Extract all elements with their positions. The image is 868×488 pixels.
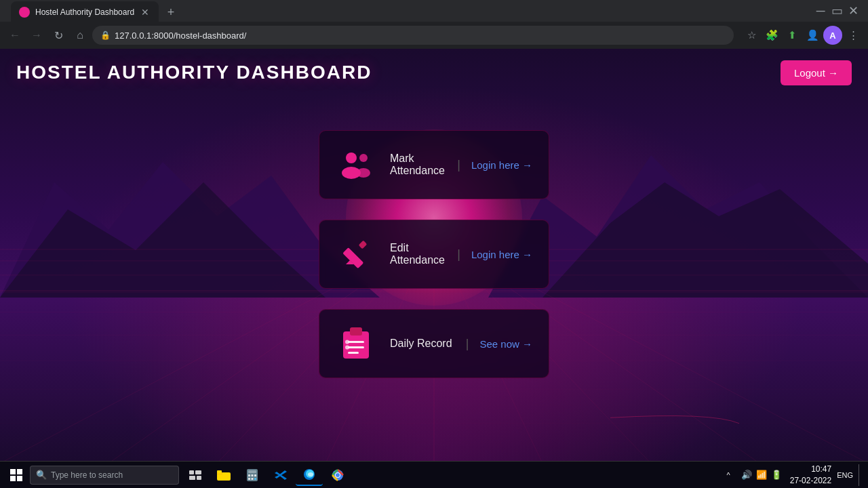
active-tab[interactable]: Hostel Authority Dashboard ✕: [11, 1, 159, 23]
edit-attendance-label: Edit Attendance: [390, 242, 446, 266]
svg-rect-39: [10, 469, 16, 474]
daily-record-label: Daily Record: [390, 338, 455, 350]
date-display: 27-02-2022: [790, 475, 831, 487]
svg-rect-57: [254, 478, 256, 480]
svg-rect-44: [195, 470, 201, 474]
svg-rect-35: [348, 346, 364, 348]
svg-rect-51: [248, 470, 256, 473]
svg-point-63: [336, 473, 340, 477]
svg-rect-46: [197, 476, 201, 480]
vscode-button[interactable]: [267, 464, 294, 486]
taskbar-apps: [182, 464, 351, 486]
mark-attendance-label: Mark Attendance: [390, 152, 446, 177]
svg-rect-55: [248, 478, 250, 480]
lock-icon: 🔒: [100, 30, 111, 40]
url-text: 127.0.0.1:8000/hostel-dashboard/: [115, 30, 726, 41]
svg-rect-56: [252, 478, 254, 480]
daily-record-link[interactable]: See now →: [479, 338, 532, 350]
taskbar-icons: 🔊 📶 🔋: [736, 470, 787, 480]
svg-point-60: [308, 472, 313, 476]
svg-point-26: [359, 154, 368, 162]
edit-attendance-content: Edit Attendance | Login here →: [390, 242, 532, 266]
svg-rect-31: [359, 241, 368, 249]
svg-point-37: [345, 340, 349, 344]
back-button[interactable]: ←: [5, 26, 24, 45]
home-button[interactable]: ⌂: [71, 26, 90, 45]
svg-rect-34: [348, 341, 364, 343]
logout-button[interactable]: Logout →: [781, 60, 852, 85]
taskbar-search-text: Type here to search: [51, 470, 123, 480]
forward-button[interactable]: →: [27, 26, 46, 45]
address-bar-row: ← → ↻ ⌂ 🔒 127.0.0.1:8000/hostel-dashboar…: [0, 22, 868, 49]
taskbar-system: ^ 🔊 📶 🔋 10:47 27-02-2022 ENG: [727, 464, 865, 487]
profile-button[interactable]: A: [823, 26, 842, 45]
svg-rect-45: [189, 476, 195, 480]
tab-close-button[interactable]: ✕: [140, 7, 151, 18]
svg-rect-49: [217, 470, 222, 474]
battery-icon: 🔋: [771, 470, 782, 480]
daily-record-card: Daily Record | See now →: [319, 309, 549, 378]
divider-3: |: [466, 337, 469, 351]
edge-button[interactable]: [296, 464, 323, 486]
update-icon[interactable]: ⬆: [783, 26, 802, 45]
menu-button[interactable]: ⋮: [844, 26, 863, 45]
edit-attendance-link[interactable]: Login here →: [471, 249, 532, 260]
tab-title: Hostel Authority Dashboard: [35, 7, 134, 17]
volume-icon: 📶: [756, 470, 767, 480]
mark-attendance-card: Mark Attendance | Login here →: [319, 130, 549, 199]
new-tab-button[interactable]: +: [161, 3, 180, 22]
profile-extensions[interactable]: 👤: [803, 26, 822, 45]
tray-arrow[interactable]: ^: [727, 471, 730, 479]
task-view-button[interactable]: [182, 464, 209, 486]
svg-rect-54: [254, 474, 256, 476]
svg-rect-53: [252, 474, 254, 476]
calculator-button[interactable]: [239, 464, 266, 486]
mark-attendance-icon: [336, 144, 376, 185]
edit-attendance-card: Edit Attendance | Login here →: [319, 220, 549, 289]
maximize-button[interactable]: ▭: [833, 7, 841, 15]
title-bar: Hostel Authority Dashboard ✕ + ─ ▭ ✕: [0, 0, 868, 22]
tab-favicon: [19, 7, 30, 18]
divider-2: |: [457, 247, 460, 262]
window-controls: ─ ▭ ✕: [816, 7, 863, 15]
refresh-button[interactable]: ↻: [49, 26, 68, 45]
app-header: HOSTEL AUTHORITY DASHBOARD Logout →: [0, 49, 868, 96]
address-bar[interactable]: 🔒 127.0.0.1:8000/hostel-dashboard/: [92, 26, 734, 45]
start-button[interactable]: [3, 464, 30, 486]
address-bar-actions: ☆ 🧩 ⬆ 👤 A ⋮: [742, 26, 863, 45]
system-tray: ^: [727, 471, 733, 479]
close-button[interactable]: ✕: [849, 7, 857, 15]
svg-rect-52: [248, 474, 250, 476]
svg-rect-43: [189, 470, 194, 474]
mark-attendance-content: Mark Attendance | Login here →: [390, 152, 532, 177]
svg-rect-33: [350, 327, 362, 336]
edit-attendance-icon: [336, 234, 376, 274]
svg-point-28: [357, 168, 370, 178]
svg-point-25: [346, 152, 357, 163]
tab-bar: Hostel Authority Dashboard ✕ +: [5, 0, 816, 23]
extensions-button[interactable]: 🧩: [762, 26, 781, 45]
taskbar-search-icon: 🔍: [36, 470, 47, 480]
svg-rect-29: [342, 247, 363, 268]
file-explorer-button[interactable]: [210, 464, 237, 486]
network-icon: 🔊: [741, 470, 752, 480]
browser-chrome: Hostel Authority Dashboard ✕ + ─ ▭ ✕ ← →…: [0, 0, 868, 49]
svg-rect-42: [17, 476, 22, 481]
svg-rect-36: [348, 352, 359, 354]
bookmark-button[interactable]: ☆: [742, 26, 761, 45]
daily-record-content: Daily Record | See now →: [390, 337, 532, 351]
cards-container: Mark Attendance | Login here → Edit Atte…: [0, 96, 868, 464]
svg-rect-41: [10, 476, 16, 481]
page-title: HOSTEL AUTHORITY DASHBOARD: [16, 62, 372, 83]
minimize-button[interactable]: ─: [816, 7, 825, 15]
show-desktop-button[interactable]: [859, 464, 863, 486]
language-label: ENG: [837, 471, 853, 479]
taskbar-search[interactable]: 🔍 Type here to search: [30, 466, 179, 485]
taskbar: 🔍 Type here to search: [0, 461, 868, 488]
mark-attendance-link[interactable]: Login here →: [471, 159, 532, 171]
svg-rect-40: [17, 469, 22, 474]
svg-point-38: [345, 346, 349, 350]
chrome-button[interactable]: [324, 464, 351, 486]
taskbar-time[interactable]: 10:47 27-02-2022: [790, 464, 831, 487]
app-container: HOSTEL AUTHORITY DASHBOARD Logout → Mark…: [0, 49, 868, 464]
